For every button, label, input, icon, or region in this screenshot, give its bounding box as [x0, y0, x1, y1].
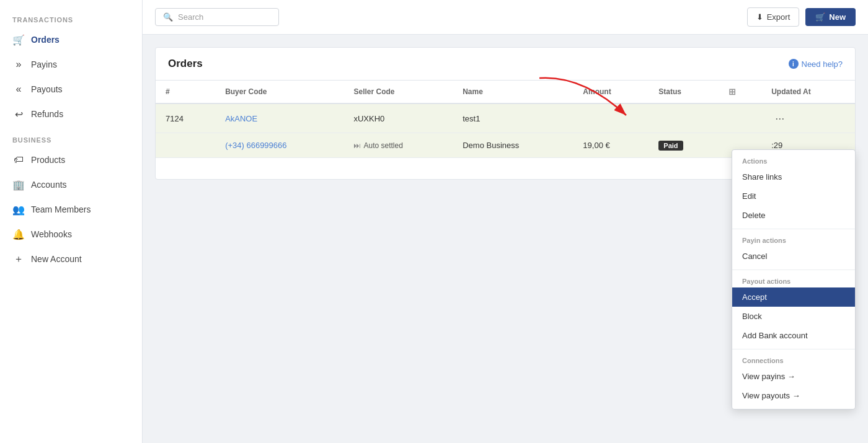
cancel-item[interactable]: Cancel [732, 247, 855, 266]
arrow-right-icon: → [787, 372, 795, 381]
row1-col-extra [719, 103, 761, 133]
col-status: Status [649, 81, 718, 103]
business-section-label: BUSINESS [0, 126, 142, 147]
auto-settled: ⏭ Auto settled [353, 141, 443, 150]
col-name: Name [453, 81, 573, 103]
sidebar-item-team-members[interactable]: 👥 Team Members [0, 197, 142, 222]
sidebar-item-team-label: Team Members [31, 204, 91, 214]
sidebar-item-new-account-label: New Account [31, 254, 82, 264]
sidebar-item-refunds-label: Refunds [31, 109, 63, 119]
info-icon: i [789, 59, 799, 69]
need-help-label: Need help? [802, 59, 843, 69]
edit-label: Edit [742, 191, 756, 201]
refunds-icon: ↩ [12, 108, 25, 120]
col-seller-code: Seller Code [343, 81, 453, 103]
view-payouts-item[interactable]: View payouts → [732, 386, 855, 405]
export-icon: ⬇ [756, 12, 763, 22]
sidebar-item-products[interactable]: 🏷 Products [0, 147, 142, 172]
payouts-icon: « [12, 83, 25, 95]
table-header-row: # Buyer Code Seller Code Name Amount Sta… [156, 81, 855, 103]
table-row: 7124 AkANOE xUXKH0 test1 ··· [156, 103, 855, 133]
sidebar-item-accounts[interactable]: 🏢 Accounts [0, 172, 142, 197]
connections-section: Connections View payins → View payouts → [732, 349, 855, 409]
row2-name: Demo Business [453, 133, 573, 158]
row2-id [156, 133, 215, 158]
add-icon: ＋ [12, 253, 25, 265]
content-area: Orders i Need help? # Buyer Code Seller … [143, 35, 868, 443]
sidebar-item-payouts-label: Payouts [31, 84, 63, 94]
delete-label: Delete [742, 211, 766, 220]
sidebar-item-webhooks[interactable]: 🔔 Webhooks [0, 222, 142, 247]
actions-section-label: Actions [732, 154, 855, 167]
cart-new-icon: 🛒 [815, 12, 825, 22]
share-links-item[interactable]: Share links [732, 167, 855, 186]
payin-actions-label: Payin actions [732, 233, 855, 247]
share-links-label: Share links [742, 172, 782, 182]
block-item[interactable]: Block [732, 307, 855, 326]
dropdown-menu: Actions Share links Edit Delete Payin ac… [732, 149, 856, 410]
search-box[interactable]: 🔍 Search [155, 8, 279, 26]
sidebar-item-new-account[interactable]: ＋ New Account [0, 247, 142, 271]
sidebar-item-webhooks-label: Webhooks [31, 229, 72, 239]
orders-title: Orders [168, 58, 203, 70]
actions-section: Actions Share links Edit Delete [732, 150, 855, 229]
view-payins-label: View payins → [742, 372, 795, 381]
row1-name: test1 [453, 103, 573, 133]
row1-amount [573, 103, 649, 133]
orders-header: Orders i Need help? [156, 48, 855, 81]
sidebar-item-accounts-label: Accounts [31, 180, 67, 190]
accounts-icon: 🏢 [12, 178, 25, 191]
transactions-section-label: TRANSACTIONS [0, 6, 142, 27]
col-grid-icon: ⊞ [719, 81, 761, 103]
fast-forward-icon: ⏭ [353, 141, 361, 150]
search-label: Search [178, 12, 203, 22]
topbar-actions: ⬇ Export 🛒 New [747, 7, 856, 27]
row-actions-button[interactable]: ··· [771, 112, 788, 125]
arrow-right-icon-2: → [792, 391, 800, 400]
orders-table: # Buyer Code Seller Code Name Amount Sta… [156, 81, 855, 158]
sidebar-item-payins-label: Payins [31, 59, 57, 69]
sidebar-item-orders-label: Orders [31, 35, 60, 45]
sidebar-item-refunds[interactable]: ↩ Refunds [0, 102, 142, 126]
row2-amount: 19,00 € [573, 133, 649, 158]
col-buyer-code: Buyer Code [215, 81, 343, 103]
row1-updated-at: ··· [761, 103, 855, 133]
sidebar-item-payins[interactable]: » Payins [0, 52, 142, 77]
delete-item[interactable]: Delete [732, 206, 855, 225]
payout-actions-section: Payout actions Accept Block Add Bank acc… [732, 270, 855, 349]
auto-settled-label: Auto settled [363, 141, 402, 150]
products-icon: 🏷 [12, 154, 25, 166]
payins-icon: » [12, 58, 25, 71]
col-amount: Amount [573, 81, 649, 103]
connections-label: Connections [732, 353, 855, 367]
cancel-label: Cancel [742, 252, 767, 261]
topbar: 🔍 Search ⬇ Export 🛒 New [143, 0, 868, 35]
block-label: Block [742, 312, 762, 321]
add-bank-account-item[interactable]: Add Bank account [732, 326, 855, 345]
col-updated-at: Updated At [761, 81, 855, 103]
export-button[interactable]: ⬇ Export [747, 7, 800, 27]
accept-item[interactable]: Accept [732, 287, 855, 307]
row1-status [649, 103, 718, 133]
main-area: 🔍 Search ⬇ Export 🛒 New [143, 0, 868, 443]
paid-badge: Paid [658, 141, 683, 151]
need-help-button[interactable]: i Need help? [789, 59, 843, 69]
row2-buyer-code: (+34) 666999666 [215, 133, 343, 158]
grid-icon: ⊞ [728, 87, 736, 97]
sidebar-item-products-label: Products [31, 155, 65, 165]
sidebar-item-orders[interactable]: 🛒 Orders [0, 27, 142, 52]
cart-icon: 🛒 [12, 33, 25, 46]
payout-actions-label: Payout actions [732, 274, 855, 287]
webhooks-icon: 🔔 [12, 228, 25, 240]
row1-id: 7124 [156, 103, 215, 133]
payin-actions-section: Payin actions Cancel [732, 229, 855, 270]
row2-seller-code: ⏭ Auto settled [343, 133, 453, 158]
row2-status: Paid [649, 133, 718, 158]
new-button[interactable]: 🛒 New [805, 8, 856, 26]
view-payins-item[interactable]: View payins → [732, 367, 855, 386]
sidebar-item-payouts[interactable]: « Payouts [0, 77, 142, 102]
edit-item[interactable]: Edit [732, 186, 855, 206]
row1-buyer-code: AkANOE [215, 103, 343, 133]
add-bank-account-label: Add Bank account [742, 331, 808, 340]
search-icon: 🔍 [163, 12, 173, 22]
